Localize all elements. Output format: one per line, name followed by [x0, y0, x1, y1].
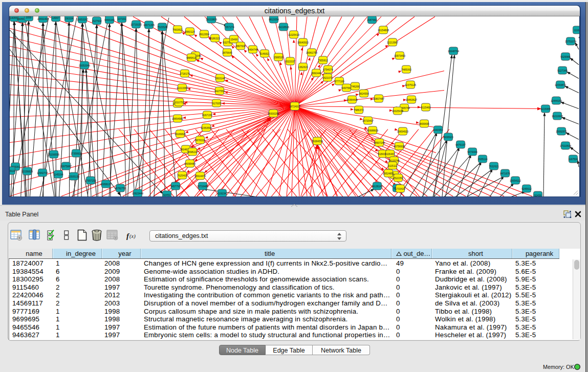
- svg-text:2935114: 2935114: [477, 157, 487, 160]
- svg-text:7515526: 7515526: [157, 25, 167, 28]
- svg-text:9146821: 9146821: [259, 52, 270, 55]
- svg-text:8990446: 8990446: [311, 71, 321, 74]
- svg-text:10975887: 10975887: [60, 164, 72, 167]
- svg-text:9227349: 9227349: [557, 69, 568, 72]
- svg-text:119234: 119234: [218, 191, 227, 194]
- svg-text:9329966: 9329966: [560, 55, 571, 58]
- svg-text:3875645: 3875645: [222, 51, 232, 54]
- svg-text:2867608: 2867608: [235, 44, 246, 47]
- svg-text:17359924: 17359924: [71, 151, 82, 155]
- svg-text:10923448: 10923448: [132, 191, 143, 194]
- svg-text:3824554: 3824554: [359, 92, 369, 95]
- svg-text:8878332: 8878332: [195, 138, 205, 141]
- svg-text:10807487: 10807487: [373, 97, 384, 100]
- svg-text:19654923: 19654923: [397, 129, 408, 133]
- svg-text:1621072: 1621072: [322, 76, 333, 79]
- svg-text:10756928: 10756928: [394, 144, 405, 147]
- svg-text:2803144: 2803144: [215, 76, 225, 79]
- svg-text:16648764: 16648764: [448, 49, 459, 52]
- svg-text:8960124: 8960124: [185, 30, 195, 33]
- svg-text:1010753: 1010753: [174, 100, 184, 103]
- svg-text:20691406: 20691406: [37, 17, 49, 20]
- svg-text:10653267: 10653267: [77, 17, 88, 20]
- svg-text:12093872: 12093872: [555, 83, 566, 86]
- svg-text:19384554: 19384554: [312, 139, 323, 142]
- svg-text:1167534: 1167534: [568, 157, 578, 160]
- svg-text:107191: 107191: [118, 17, 126, 20]
- svg-text:17010504: 17010504: [560, 144, 571, 147]
- svg-text:15692971: 15692971: [556, 129, 567, 133]
- svg-text:10958137: 10958137: [100, 182, 112, 185]
- svg-text:12375125: 12375125: [405, 83, 416, 86]
- svg-text:15716485: 15716485: [197, 184, 208, 187]
- svg-text:9698222: 9698222: [187, 150, 198, 153]
- svg-text:190334: 190334: [65, 16, 74, 19]
- svg-text:2718176: 2718176: [180, 72, 190, 75]
- svg-text:14136141: 14136141: [372, 184, 383, 187]
- svg-text:6794074: 6794074: [323, 68, 333, 71]
- svg-text:9427552: 9427552: [214, 89, 225, 92]
- svg-text:8938923: 8938923: [443, 135, 453, 138]
- svg-text:2522354: 2522354: [393, 176, 403, 179]
- svg-text:20206556: 20206556: [48, 152, 59, 156]
- svg-text:16782759: 16782759: [115, 186, 126, 189]
- svg-text:19218506: 19218506: [278, 25, 289, 28]
- svg-text:10025438: 10025438: [392, 109, 403, 112]
- svg-text:10688609: 10688609: [367, 128, 378, 132]
- svg-text:14967: 14967: [52, 16, 59, 19]
- svg-text:16640910: 16640910: [297, 40, 309, 43]
- svg-text:19463627: 19463627: [406, 98, 417, 101]
- svg-text:8454749: 8454749: [248, 48, 258, 51]
- svg-text:9245612: 9245612: [521, 187, 532, 190]
- svg-text:92456: 92456: [534, 193, 541, 196]
- svg-text:19524851: 19524851: [383, 171, 394, 174]
- svg-text:11163: 11163: [574, 28, 579, 31]
- svg-text:92451: 92451: [163, 193, 170, 196]
- svg-text:1527602: 1527602: [92, 19, 102, 22]
- svg-text:1733426: 1733426: [395, 187, 405, 190]
- svg-text:8912954: 8912954: [199, 32, 209, 35]
- svg-text:15466: 15466: [230, 37, 237, 40]
- svg-text:11325419: 11325419: [288, 33, 299, 36]
- svg-text:12213967: 12213967: [387, 40, 398, 43]
- svg-text:2059: 2059: [26, 16, 31, 19]
- svg-text:917005: 917005: [212, 101, 221, 104]
- svg-text:10654112: 10654112: [510, 179, 521, 182]
- svg-text:10973493: 10973493: [394, 54, 405, 57]
- svg-text:6497568: 6497568: [341, 86, 352, 89]
- svg-text:18907249: 18907249: [374, 141, 385, 144]
- svg-text:19166825: 19166825: [175, 132, 186, 135]
- svg-text:1588520: 1588520: [273, 55, 284, 58]
- svg-text:16914479: 16914479: [194, 174, 206, 177]
- svg-text:6466160: 6466160: [104, 18, 115, 21]
- svg-text:6479197: 6479197: [455, 143, 466, 146]
- svg-text:12353594: 12353594: [201, 126, 212, 129]
- svg-text:8267155: 8267155: [202, 113, 212, 116]
- svg-text:15720407: 15720407: [362, 119, 374, 122]
- svg-text:8471676: 8471676: [500, 171, 510, 174]
- svg-text:9889614: 9889614: [186, 56, 197, 59]
- svg-text:7955812: 7955812: [318, 58, 328, 61]
- svg-text:20053346: 20053346: [79, 63, 90, 67]
- svg-text:7663822: 7663822: [172, 28, 183, 31]
- svg-text:9699695: 9699695: [419, 122, 429, 125]
- svg-text:15751074: 15751074: [565, 39, 576, 42]
- svg-text:8813054: 8813054: [269, 17, 279, 20]
- svg-text:7485063: 7485063: [401, 68, 411, 71]
- svg-text:16033809: 16033809: [206, 17, 217, 20]
- svg-text:10719155: 10719155: [130, 23, 142, 26]
- svg-text:12444159: 12444159: [551, 99, 562, 102]
- svg-text:7625402: 7625402: [177, 173, 187, 177]
- svg-text:17957253: 17957253: [85, 179, 96, 182]
- svg-text:9474444: 9474444: [467, 150, 477, 153]
- svg-text:9457791: 9457791: [170, 184, 181, 187]
- svg-text:8186323: 8186323: [210, 36, 220, 39]
- svg-text:1640953: 1640953: [433, 128, 443, 131]
- svg-text:9106467: 9106467: [385, 152, 395, 155]
- svg-text:9115460: 9115460: [421, 105, 430, 108]
- svg-text:16210643: 16210643: [552, 114, 563, 117]
- svg-text:18724007: 18724007: [289, 104, 300, 107]
- svg-text:7632621: 7632621: [489, 164, 499, 167]
- svg-text:746266: 746266: [351, 84, 360, 87]
- svg-text:7986372: 7986372: [354, 108, 364, 111]
